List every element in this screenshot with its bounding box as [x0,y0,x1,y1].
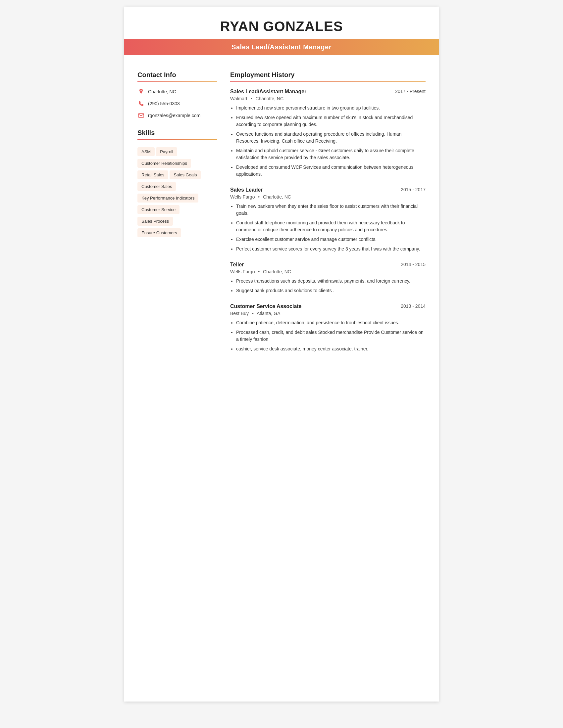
skill-tag: Key Performance Indicators [137,194,198,203]
skills-divider [137,139,217,140]
job-title: Sales Leader [230,187,263,193]
employment-divider [230,81,426,82]
job-company: Wells Fargo • Charlotte, NC [230,194,426,200]
job-block: Sales Leader2015 - 2017Wells Fargo • Cha… [230,187,426,252]
job-bullet-item: Process transactions such as deposits, w… [236,278,426,285]
job-bullets-list: Process transactions such as deposits, w… [230,278,426,294]
job-block: Teller2014 - 2015Wells Fargo • Charlotte… [230,262,426,294]
job-bullet-item: Combine patience, determination, and per… [236,319,426,326]
contact-location: Charlotte, NC [137,88,217,95]
jobs-container: Sales Lead/Assistant Manager2017 - Prese… [230,89,426,352]
job-dates: 2014 - 2015 [401,262,426,267]
job-bullet-item: Suggest bank products and solutions to c… [236,287,426,294]
location-icon [137,88,145,95]
body-layout: Contact Info Charlotte, NC [124,61,439,375]
job-header: Customer Service Associate2013 - 2014 [230,303,426,309]
job-block: Sales Lead/Assistant Manager2017 - Prese… [230,89,426,178]
skill-tag: Sales Process [137,217,173,226]
job-bullets-list: Train new bankers when they enter the sa… [230,203,426,252]
job-bullet-item: Developed and consumed WCF Services and … [236,164,426,178]
job-block: Customer Service Associate2013 - 2014Bes… [230,303,426,352]
job-dates: 2017 - Present [395,89,426,94]
job-bullets-list: Combine patience, determination, and per… [230,319,426,352]
job-company: Wells Fargo • Charlotte, NC [230,269,426,274]
job-dates: 2013 - 2014 [401,303,426,309]
left-column: Contact Info Charlotte, NC [137,71,217,362]
contact-divider [137,81,217,82]
skills-section: Skills ASMPayrollCustomer RelationshipsR… [137,129,217,239]
job-dates: 2015 - 2017 [401,187,426,192]
job-header: Sales Lead/Assistant Manager2017 - Prese… [230,89,426,95]
job-title: Teller [230,262,244,268]
phone-text: (290) 555-0303 [148,101,180,106]
job-bullet-item: Conduct staff telephone monitoring and p… [236,219,426,233]
job-company: Best Buy • Atlanta, GA [230,311,426,316]
skill-tag: Retail Sales [137,170,168,179]
skill-tag: Sales Goals [169,170,201,179]
skill-tag: Ensure Customers [137,228,181,237]
skills-section-title: Skills [137,129,217,137]
phone-icon [137,100,145,107]
right-column: Employment History Sales Lead/Assistant … [230,71,426,362]
job-bullet-item: Train new bankers when they enter the sa… [236,203,426,217]
email-icon [137,112,145,119]
skill-tag: Customer Sales [137,182,176,191]
job-title: Sales Lead/Assistant Manager [231,43,332,51]
resume-header: RYAN GONZALES Sales Lead/Assistant Manag… [124,7,439,61]
job-bullets-list: Implemented new store personnel structur… [230,105,426,178]
job-title: Customer Service Associate [230,303,302,309]
job-bullet-item: Implemented new store personnel structur… [236,105,426,112]
job-bullet-item: Oversee functions and standard operating… [236,131,426,145]
skill-tag: ASM [137,147,155,156]
skill-tag: Customer Service [137,205,179,214]
location-text: Charlotte, NC [148,89,176,94]
employment-section: Employment History Sales Lead/Assistant … [230,71,426,352]
job-title: Sales Lead/Assistant Manager [230,89,306,95]
contact-section: Contact Info Charlotte, NC [137,71,217,119]
job-header: Sales Leader2015 - 2017 [230,187,426,193]
job-bullet-item: Maintain and uphold customer service - G… [236,147,426,161]
skills-tags-container: ASMPayrollCustomer RelationshipsRetail S… [137,146,217,239]
contact-section-title: Contact Info [137,71,217,79]
title-bar: Sales Lead/Assistant Manager [124,39,439,55]
contact-email: rgonzales@example.com [137,112,217,119]
job-bullet-item: Exercise excellent customer service and … [236,236,426,243]
job-company: Walmart • Charlotte, NC [230,96,426,101]
contact-phone: (290) 555-0303 [137,100,217,107]
email-text: rgonzales@example.com [148,113,200,118]
resume-container: RYAN GONZALES Sales Lead/Assistant Manag… [124,7,439,702]
job-header: Teller2014 - 2015 [230,262,426,268]
employment-section-title: Employment History [230,71,426,79]
job-bullet-item: Perfect customer service scores for ever… [236,246,426,252]
candidate-name: RYAN GONZALES [124,19,439,34]
job-bullet-item: Ensured new store opened with maximum nu… [236,114,426,128]
job-bullet-item: Processed cash, credit, and debit sales … [236,329,426,343]
skill-tag: Payroll [156,147,177,156]
skill-tag: Customer Relationships [137,159,191,168]
svg-rect-0 [138,114,144,117]
job-bullet-item: cashier, service desk associate, money c… [236,345,426,352]
